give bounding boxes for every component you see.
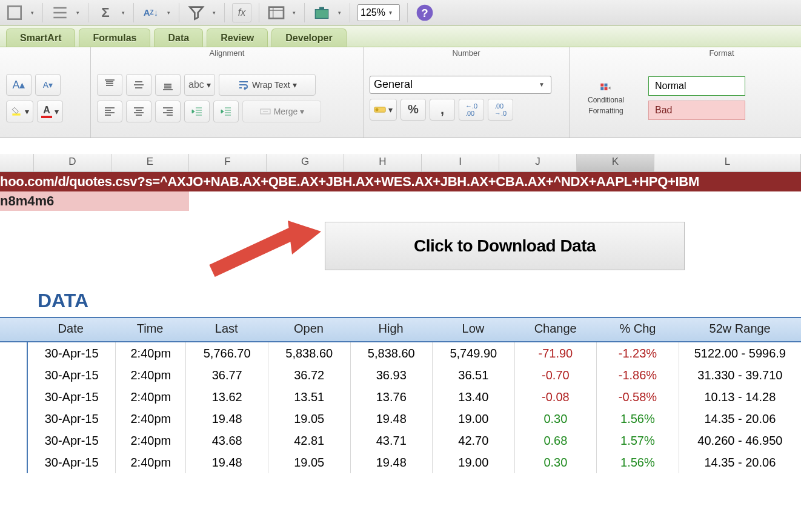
- cell-style-bad[interactable]: Bad: [648, 101, 745, 120]
- cell[interactable]: 31.330 - 39.710: [679, 364, 801, 386]
- align-middle-icon[interactable]: [126, 74, 151, 96]
- cell[interactable]: 13.51: [268, 386, 351, 408]
- cell[interactable]: 0.30: [515, 451, 597, 473]
- tab-review[interactable]: Review: [207, 28, 268, 47]
- cell[interactable]: 2:40pm: [116, 342, 186, 364]
- merge-button[interactable]: Merge▾: [242, 101, 321, 122]
- comma-icon[interactable]: ,: [430, 99, 455, 121]
- column-header[interactable]: L: [654, 154, 801, 171]
- table-row[interactable]: 30-Apr-152:40pm5,766.705,838.605,838.605…: [28, 342, 801, 364]
- table-row[interactable]: 30-Apr-152:40pm19.4819.0519.4819.000.301…: [28, 408, 801, 430]
- cell[interactable]: 19.48: [351, 408, 433, 430]
- cell[interactable]: 30-Apr-15: [28, 364, 116, 386]
- cell[interactable]: 2:40pm: [116, 430, 186, 451]
- tab-data[interactable]: Data: [154, 28, 203, 47]
- fill-color-icon[interactable]: ▾: [6, 101, 33, 122]
- cell[interactable]: 1.57%: [597, 430, 679, 451]
- col-header-last[interactable]: Last: [185, 318, 268, 341]
- cell[interactable]: 13.40: [433, 386, 515, 408]
- chevron-down-icon[interactable]: ▾: [291, 10, 297, 16]
- autosum-icon[interactable]: Σ: [96, 3, 115, 22]
- increase-font-icon[interactable]: A▴: [6, 74, 32, 96]
- cell[interactable]: 14.35 - 20.06: [679, 408, 801, 430]
- cell[interactable]: 2:40pm: [116, 408, 186, 430]
- cell[interactable]: 19.05: [268, 408, 351, 430]
- column-header-selected[interactable]: K: [577, 154, 654, 171]
- toolbar-btn[interactable]: [5, 3, 24, 22]
- cell[interactable]: 1.56%: [597, 408, 679, 430]
- table-row[interactable]: 30-Apr-152:40pm43.6842.8143.7142.700.681…: [28, 430, 801, 451]
- toolbox-icon[interactable]: [312, 3, 331, 22]
- chevron-down-icon[interactable]: ▾: [29, 10, 35, 16]
- col-header-time[interactable]: Time: [115, 318, 185, 341]
- cell[interactable]: 30-Apr-15: [28, 408, 116, 430]
- col-header-date[interactable]: Date: [27, 318, 115, 341]
- chevron-down-icon[interactable]: ▾: [165, 10, 171, 16]
- column-header[interactable]: D: [34, 154, 111, 171]
- align-bottom-icon[interactable]: [155, 74, 181, 96]
- col-header-pchg[interactable]: % Chg: [597, 318, 679, 341]
- cell[interactable]: 2:40pm: [116, 386, 186, 408]
- cell[interactable]: 36.77: [186, 364, 268, 386]
- cell[interactable]: 43.68: [186, 430, 268, 451]
- cell[interactable]: 13.76: [351, 386, 433, 408]
- align-right-icon[interactable]: [155, 101, 181, 122]
- cell[interactable]: 42.70: [433, 430, 515, 451]
- cell[interactable]: 19.00: [433, 408, 515, 430]
- toolbar-btn[interactable]: [50, 3, 70, 22]
- cell[interactable]: 5,749.90: [433, 342, 515, 364]
- increase-decimal-icon[interactable]: ←.0.00: [459, 99, 484, 121]
- download-data-button[interactable]: Click to Download Data: [325, 222, 685, 270]
- cell[interactable]: 36.93: [351, 364, 433, 386]
- cell[interactable]: 30-Apr-15: [28, 342, 116, 364]
- tab-smartart[interactable]: SmartArt: [6, 28, 75, 47]
- align-center-icon[interactable]: [126, 101, 151, 122]
- cell[interactable]: -0.58%: [597, 386, 679, 408]
- percent-icon[interactable]: %: [400, 99, 426, 121]
- cell[interactable]: -0.70: [515, 364, 597, 386]
- cell[interactable]: 19.05: [268, 451, 351, 473]
- cell[interactable]: 2:40pm: [116, 364, 186, 386]
- cell[interactable]: 19.48: [186, 408, 268, 430]
- cell[interactable]: 43.71: [351, 430, 433, 451]
- cell[interactable]: 19.48: [186, 451, 268, 473]
- decrease-decimal-icon[interactable]: .00→.0: [488, 99, 513, 121]
- cell[interactable]: 5122.00 - 5996.9: [679, 342, 801, 364]
- column-header[interactable]: E: [111, 154, 189, 171]
- cell[interactable]: 2:40pm: [116, 451, 186, 473]
- help-icon[interactable]: ?: [415, 3, 434, 22]
- increase-indent-icon[interactable]: [213, 101, 239, 122]
- tab-developer[interactable]: Developer: [271, 28, 346, 47]
- cell[interactable]: 19.48: [351, 451, 433, 473]
- fx-icon[interactable]: fx: [232, 3, 251, 22]
- chevron-down-icon[interactable]: ▾: [385, 9, 396, 16]
- cell-style-normal[interactable]: Normal: [648, 76, 745, 96]
- chevron-down-icon[interactable]: ▾: [211, 10, 217, 16]
- orientation-icon[interactable]: abc▾: [184, 74, 215, 96]
- number-format-dropdown[interactable]: General ▼: [370, 76, 551, 94]
- cell[interactable]: 36.51: [433, 364, 515, 386]
- table-row[interactable]: 30-Apr-152:40pm19.4819.0519.4819.000.301…: [28, 451, 801, 473]
- cell[interactable]: 30-Apr-15: [28, 451, 116, 473]
- column-header[interactable]: G: [267, 154, 344, 171]
- font-color-icon[interactable]: A▾: [37, 101, 63, 122]
- column-header[interactable]: H: [344, 154, 422, 171]
- wrap-text-button[interactable]: Wrap Text▾: [219, 74, 316, 96]
- chevron-down-icon[interactable]: ▾: [336, 10, 342, 16]
- cell[interactable]: 14.35 - 20.06: [679, 451, 801, 473]
- column-header[interactable]: F: [189, 154, 267, 171]
- chevron-down-icon[interactable]: ▾: [120, 10, 126, 16]
- col-header-change[interactable]: Change: [514, 318, 597, 341]
- col-header-low[interactable]: Low: [432, 318, 514, 341]
- table-row[interactable]: 30-Apr-152:40pm36.7736.7236.9336.51-0.70…: [28, 364, 801, 386]
- col-header-high[interactable]: High: [350, 318, 432, 341]
- cell[interactable]: 0.30: [515, 408, 597, 430]
- decrease-indent-icon[interactable]: [184, 101, 210, 122]
- column-header[interactable]: J: [499, 154, 577, 171]
- decrease-font-icon[interactable]: A▾: [35, 74, 61, 96]
- align-top-icon[interactable]: [97, 74, 122, 96]
- url-cell-row1[interactable]: hoo.com/d/quotes.csv?s=^AXJO+NAB.AX+QBE.…: [0, 172, 801, 191]
- cell[interactable]: -1.23%: [597, 342, 679, 364]
- conditional-formatting-button[interactable]: Conditional Formatting: [576, 65, 636, 131]
- cell[interactable]: -71.90: [515, 342, 597, 364]
